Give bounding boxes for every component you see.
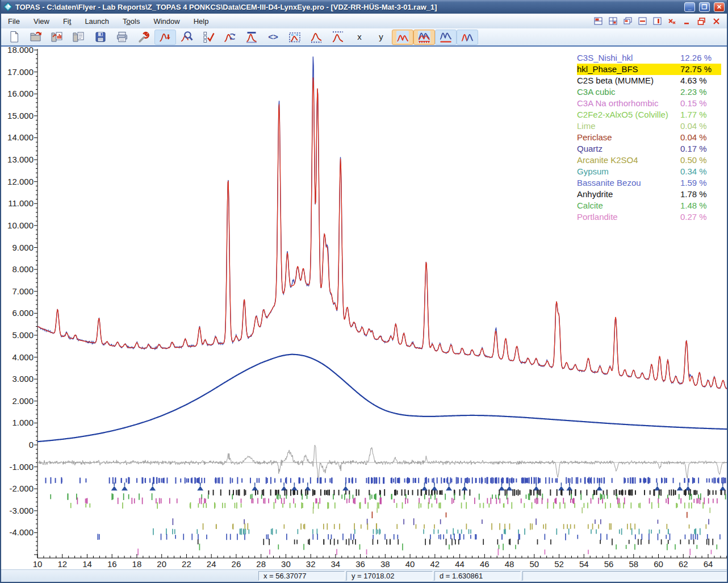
svg-text:x: x [357, 32, 362, 41]
maximize-button[interactable]: ❐ [699, 2, 710, 12]
legend-row[interactable]: Quartz0.17 % [577, 143, 723, 155]
menu-view[interactable]: View [27, 15, 56, 28]
view-ticks-button[interactable] [413, 30, 435, 45]
menu-launch[interactable]: Launch [78, 15, 116, 28]
legend-row[interactable]: Anhydrite1.78 % [577, 189, 723, 200]
phase-ticks [198, 539, 713, 545]
y-axis-button[interactable]: y [370, 30, 392, 45]
minimize-child-icon[interactable] [682, 17, 692, 26]
legend-row[interactable]: Gypsum0.34 % [577, 166, 723, 177]
text-mode-button[interactable]: <> [262, 30, 284, 45]
x-axis-label: 42 [430, 559, 440, 569]
legend-row[interactable]: hkl_Phase_BFS72.75 % [577, 64, 723, 75]
topas-app-icon [3, 2, 12, 11]
phase-name: hkl_Phase_BFS [577, 64, 680, 75]
restore-child-icon[interactable] [697, 17, 706, 26]
peak-details-button[interactable] [241, 30, 262, 45]
menu-tools[interactable]: Tools [116, 15, 147, 28]
title-bar: TOPAS - C:\daten\Flyer - Lab Reports\Z_T… [1, 0, 727, 14]
phase-name: Quartz [577, 143, 680, 155]
legend-row[interactable]: Arcanite K2SO40.50 % [577, 155, 723, 166]
difference-curve [37, 445, 728, 481]
chart-area: -4.000-3.000-2.000-1.00001.0002.0003.000… [1, 47, 728, 569]
legend-row[interactable]: C3A cubic2.23 % [577, 86, 723, 98]
status-rest [522, 571, 727, 581]
menu-bar: FileViewFitLaunchToolsWindowHelp [1, 14, 727, 28]
tile-horizontal-icon[interactable] [593, 17, 603, 26]
y-axis-label: 11.000 [8, 198, 34, 208]
curves-pair-icon [461, 30, 474, 44]
view-overlay-button[interactable] [457, 30, 478, 45]
import-parameters-button[interactable] [68, 30, 90, 45]
svg-text:<>: <> [268, 32, 278, 41]
x-axis-label: 50 [529, 559, 539, 569]
view-difference-button[interactable] [435, 30, 457, 45]
split-horizontal-icon[interactable] [638, 17, 647, 26]
refine-button[interactable] [154, 30, 176, 45]
save-button[interactable] [90, 30, 111, 45]
close-all-icon[interactable] [667, 17, 677, 26]
x-axis-label: 26 [232, 559, 241, 569]
launch-cycle-button[interactable] [219, 30, 241, 45]
cascade-icon[interactable] [623, 17, 633, 26]
menu-help[interactable]: Help [187, 15, 216, 28]
x-axis-label: 58 [629, 559, 638, 569]
legend-row[interactable]: Bassanite Bezou1.59 % [577, 177, 723, 189]
legend-row[interactable]: Calcite1.48 % [577, 200, 723, 211]
status-x-value: x = 56.37077 [258, 571, 345, 581]
phase-ticks [153, 528, 700, 535]
status-y-value: y = 17018.02 [346, 571, 433, 581]
close-button[interactable]: ✕ [714, 2, 725, 12]
import-scan-button[interactable] [47, 30, 68, 45]
legend-row[interactable]: C3A Na orthorhombic0.15 % [577, 98, 723, 109]
menu-fit[interactable]: Fit [56, 15, 78, 28]
phase-percentage: 0.15 % [680, 98, 721, 109]
tile-grid-icon[interactable] [608, 17, 618, 26]
y-axis-label: 7.000 [12, 286, 34, 296]
phase-ticks [71, 502, 703, 509]
tools-button[interactable] [133, 30, 154, 45]
phase-name: Arcanite K2SO4 [577, 155, 680, 166]
phase-percentage: 0.50 % [680, 155, 721, 166]
legend-row[interactable]: Periclase0.04 % [577, 132, 723, 143]
legend-row[interactable]: C2Fe2-xAlxO5 (Colville)1.77 % [577, 109, 723, 120]
phase-legend: C3S_Nishi_hkl12.26 %hkl_Phase_BFS72.75 %… [577, 52, 723, 223]
select-range-button[interactable] [284, 30, 306, 45]
view-calculated-button[interactable] [392, 30, 413, 45]
legend-row[interactable]: Portlandite0.27 % [577, 211, 723, 223]
print-button[interactable] [111, 30, 133, 45]
open-file-button[interactable] [25, 30, 47, 45]
zoom-region-button[interactable] [176, 30, 198, 45]
y-axis-label: 6.000 [12, 308, 34, 318]
printer-icon [115, 30, 129, 44]
close-child-icon[interactable] [712, 17, 721, 26]
y-letter-icon: y [374, 30, 388, 44]
x-axis-button[interactable]: x [349, 30, 370, 45]
phase-ticks [372, 511, 687, 518]
minimize-button[interactable]: _ [684, 2, 695, 12]
y-axis-label: 12.000 [7, 177, 34, 186]
upper-limit-button[interactable] [327, 30, 349, 45]
x-axis-label: 62 [679, 559, 688, 569]
y-axis-label: 13.000 [7, 155, 34, 164]
legend-row[interactable]: Lime0.04 % [577, 120, 723, 132]
new-file-button[interactable] [3, 30, 25, 45]
phase-percentage: 72.75 % [680, 64, 721, 75]
wrench-icon [137, 30, 150, 44]
window-title: TOPAS - C:\daten\Flyer - Lab Reports\Z_T… [15, 3, 680, 11]
phase-percentage: 1.78 % [680, 189, 721, 200]
x-axis-label: 34 [331, 559, 341, 569]
legend-row[interactable]: C3S_Nishi_hkl12.26 % [577, 52, 723, 64]
menu-file[interactable]: File [1, 15, 27, 28]
split-vertical-icon[interactable] [652, 17, 662, 26]
phase-name: C2Fe2-xAlxO5 (Colville) [577, 109, 680, 120]
phase-name: C2S beta (MUMME) [577, 75, 680, 86]
peak-topline-icon [245, 30, 258, 44]
status-bar: x = 56.37077 y = 17018.02 d = 1.630861 [1, 569, 727, 582]
menu-window[interactable]: Window [147, 15, 186, 28]
lower-limit-button[interactable] [306, 30, 327, 45]
x-axis-label: 60 [654, 559, 663, 569]
legend-row[interactable]: C2S beta (MUMME)4.63 % [577, 75, 723, 86]
phase-name: C3A Na orthorhombic [577, 98, 680, 109]
refinement-options-button[interactable] [198, 30, 219, 45]
